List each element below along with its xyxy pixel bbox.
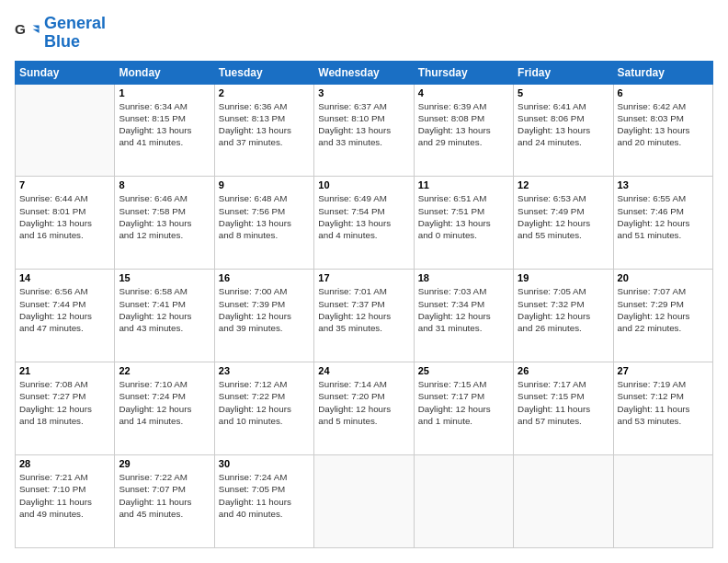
calendar-header-sunday: Sunday	[16, 61, 115, 84]
day-number: 19	[518, 272, 609, 283]
day-info: Sunrise: 7:00 AMSunset: 7:39 PMDaylight:…	[219, 285, 310, 334]
calendar-cell: 26Sunrise: 7:17 AMSunset: 7:15 PMDayligh…	[514, 362, 613, 455]
day-info: Sunrise: 6:53 AMSunset: 7:49 PMDaylight:…	[518, 192, 609, 241]
day-info: Sunrise: 6:39 AMSunset: 8:08 PMDaylight:…	[418, 100, 509, 149]
calendar-cell: 10Sunrise: 6:49 AMSunset: 7:54 PMDayligh…	[314, 177, 414, 270]
day-info: Sunrise: 7:01 AMSunset: 7:37 PMDaylight:…	[318, 285, 409, 334]
day-number: 3	[318, 87, 409, 98]
day-info: Sunrise: 7:14 AMSunset: 7:20 PMDaylight:…	[318, 378, 409, 427]
day-number: 9	[219, 179, 310, 190]
day-info: Sunrise: 7:08 AMSunset: 7:27 PMDaylight:…	[19, 378, 110, 427]
day-number: 18	[418, 272, 509, 283]
calendar-cell: 7Sunrise: 6:44 AMSunset: 8:01 PMDaylight…	[16, 177, 115, 270]
logo-text: General Blue	[44, 15, 106, 52]
day-info: Sunrise: 6:48 AMSunset: 7:56 PMDaylight:…	[219, 192, 310, 241]
day-number: 21	[19, 365, 110, 376]
calendar-cell: 6Sunrise: 6:42 AMSunset: 8:03 PMDaylight…	[613, 84, 712, 177]
calendar-cell: 18Sunrise: 7:03 AMSunset: 7:34 PMDayligh…	[414, 270, 513, 362]
calendar-cell: 8Sunrise: 6:46 AMSunset: 7:58 PMDaylight…	[115, 177, 214, 270]
day-number: 5	[518, 87, 609, 98]
calendar-cell: 1Sunrise: 6:34 AMSunset: 8:15 PMDaylight…	[115, 84, 214, 177]
day-number: 24	[318, 365, 409, 376]
calendar-header-monday: Monday	[115, 61, 214, 84]
calendar-header-row: SundayMondayTuesdayWednesdayThursdayFrid…	[16, 61, 713, 84]
calendar-week-1: 1Sunrise: 6:34 AMSunset: 8:15 PMDaylight…	[16, 84, 713, 177]
calendar-cell	[314, 455, 414, 548]
header: G General Blue	[15, 15, 713, 52]
day-info: Sunrise: 7:10 AMSunset: 7:24 PMDaylight:…	[119, 378, 210, 427]
calendar-cell: 27Sunrise: 7:19 AMSunset: 7:12 PMDayligh…	[613, 362, 712, 455]
day-number: 13	[618, 179, 709, 190]
day-number: 12	[518, 179, 609, 190]
calendar-cell: 2Sunrise: 6:36 AMSunset: 8:13 PMDaylight…	[214, 84, 313, 177]
day-number: 26	[518, 365, 609, 376]
calendar-cell: 20Sunrise: 7:07 AMSunset: 7:29 PMDayligh…	[613, 270, 712, 362]
calendar-cell: 24Sunrise: 7:14 AMSunset: 7:20 PMDayligh…	[314, 362, 414, 455]
day-number: 25	[418, 365, 509, 376]
day-number: 17	[318, 272, 409, 283]
day-number: 27	[618, 365, 709, 376]
calendar-cell: 30Sunrise: 7:24 AMSunset: 7:05 PMDayligh…	[214, 455, 313, 548]
day-info: Sunrise: 6:36 AMSunset: 8:13 PMDaylight:…	[219, 100, 310, 149]
day-info: Sunrise: 7:12 AMSunset: 7:22 PMDaylight:…	[219, 378, 310, 427]
day-number: 14	[19, 272, 110, 283]
calendar-cell: 14Sunrise: 6:56 AMSunset: 7:44 PMDayligh…	[16, 270, 115, 362]
day-number: 10	[318, 179, 409, 190]
calendar-cell: 13Sunrise: 6:55 AMSunset: 7:46 PMDayligh…	[613, 177, 712, 270]
day-number: 1	[119, 87, 210, 98]
calendar-cell: 16Sunrise: 7:00 AMSunset: 7:39 PMDayligh…	[214, 270, 313, 362]
day-info: Sunrise: 7:24 AMSunset: 7:05 PMDaylight:…	[219, 471, 310, 520]
logo: G General Blue	[15, 15, 106, 52]
calendar-cell: 11Sunrise: 6:51 AMSunset: 7:51 PMDayligh…	[414, 177, 513, 270]
calendar-table: SundayMondayTuesdayWednesdayThursdayFrid…	[15, 61, 713, 548]
day-info: Sunrise: 6:42 AMSunset: 8:03 PMDaylight:…	[618, 100, 709, 149]
calendar-cell	[414, 455, 513, 548]
day-info: Sunrise: 6:37 AMSunset: 8:10 PMDaylight:…	[318, 100, 409, 149]
calendar-cell: 9Sunrise: 6:48 AMSunset: 7:56 PMDaylight…	[214, 177, 313, 270]
calendar-week-4: 21Sunrise: 7:08 AMSunset: 7:27 PMDayligh…	[16, 362, 713, 455]
calendar-cell: 22Sunrise: 7:10 AMSunset: 7:24 PMDayligh…	[115, 362, 214, 455]
calendar-cell: 3Sunrise: 6:37 AMSunset: 8:10 PMDaylight…	[314, 84, 414, 177]
calendar-cell: 29Sunrise: 7:22 AMSunset: 7:07 PMDayligh…	[115, 455, 214, 548]
day-info: Sunrise: 7:22 AMSunset: 7:07 PMDaylight:…	[119, 471, 210, 520]
day-info: Sunrise: 6:56 AMSunset: 7:44 PMDaylight:…	[19, 285, 110, 334]
day-info: Sunrise: 6:55 AMSunset: 7:46 PMDaylight:…	[618, 192, 709, 241]
day-info: Sunrise: 7:21 AMSunset: 7:10 PMDaylight:…	[19, 471, 110, 520]
day-info: Sunrise: 6:44 AMSunset: 8:01 PMDaylight:…	[19, 192, 110, 241]
calendar-header-thursday: Thursday	[414, 61, 513, 84]
day-number: 23	[219, 365, 310, 376]
calendar-cell: 19Sunrise: 7:05 AMSunset: 7:32 PMDayligh…	[514, 270, 613, 362]
calendar-week-2: 7Sunrise: 6:44 AMSunset: 8:01 PMDaylight…	[16, 177, 713, 270]
day-info: Sunrise: 6:46 AMSunset: 7:58 PMDaylight:…	[119, 192, 210, 241]
day-info: Sunrise: 7:15 AMSunset: 7:17 PMDaylight:…	[418, 378, 509, 427]
day-info: Sunrise: 7:05 AMSunset: 7:32 PMDaylight:…	[518, 285, 609, 334]
day-info: Sunrise: 6:49 AMSunset: 7:54 PMDaylight:…	[318, 192, 409, 241]
day-number: 2	[219, 87, 310, 98]
day-info: Sunrise: 6:41 AMSunset: 8:06 PMDaylight:…	[518, 100, 609, 149]
day-info: Sunrise: 7:07 AMSunset: 7:29 PMDaylight:…	[618, 285, 709, 334]
calendar-cell: 25Sunrise: 7:15 AMSunset: 7:17 PMDayligh…	[414, 362, 513, 455]
day-number: 22	[119, 365, 210, 376]
calendar-cell	[613, 455, 712, 548]
day-number: 28	[19, 458, 110, 469]
day-number: 30	[219, 458, 310, 469]
calendar-cell: 28Sunrise: 7:21 AMSunset: 7:10 PMDayligh…	[16, 455, 115, 548]
day-number: 20	[618, 272, 709, 283]
day-info: Sunrise: 7:03 AMSunset: 7:34 PMDaylight:…	[418, 285, 509, 334]
calendar-header-tuesday: Tuesday	[214, 61, 313, 84]
day-info: Sunrise: 7:17 AMSunset: 7:15 PMDaylight:…	[518, 378, 609, 427]
day-number: 16	[219, 272, 310, 283]
calendar-week-3: 14Sunrise: 6:56 AMSunset: 7:44 PMDayligh…	[16, 270, 713, 362]
calendar-cell	[514, 455, 613, 548]
day-number: 29	[119, 458, 210, 469]
day-number: 7	[19, 179, 110, 190]
day-info: Sunrise: 7:19 AMSunset: 7:12 PMDaylight:…	[618, 378, 709, 427]
calendar-cell: 23Sunrise: 7:12 AMSunset: 7:22 PMDayligh…	[214, 362, 313, 455]
day-number: 15	[119, 272, 210, 283]
calendar-week-5: 28Sunrise: 7:21 AMSunset: 7:10 PMDayligh…	[16, 455, 713, 548]
svg-marker-2	[33, 29, 40, 33]
calendar-cell: 4Sunrise: 6:39 AMSunset: 8:08 PMDaylight…	[414, 84, 513, 177]
calendar-cell: 21Sunrise: 7:08 AMSunset: 7:27 PMDayligh…	[16, 362, 115, 455]
day-info: Sunrise: 6:58 AMSunset: 7:41 PMDaylight:…	[119, 285, 210, 334]
calendar-cell: 5Sunrise: 6:41 AMSunset: 8:06 PMDaylight…	[514, 84, 613, 177]
